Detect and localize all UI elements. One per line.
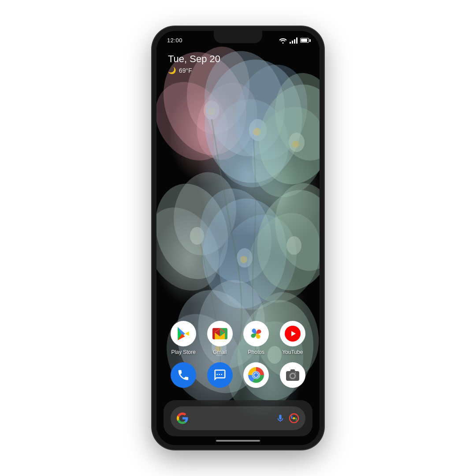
- app-item-chrome[interactable]: [240, 362, 272, 388]
- phone-screen: 12:00: [156, 31, 320, 445]
- app-item-messages[interactable]: [204, 362, 236, 388]
- app-item-playstore[interactable]: Play Store: [167, 321, 199, 355]
- date-widget: Tue, Sep 20 🌙 69°F: [156, 46, 320, 78]
- youtube-label: YouTube: [282, 349, 303, 355]
- notch: [214, 31, 262, 43]
- battery-icon: [300, 38, 309, 43]
- gmail-label: Gmail: [213, 349, 227, 355]
- photos-label: Photos: [248, 349, 264, 355]
- playstore-label: Play Store: [171, 349, 196, 355]
- main-content: Play Store: [156, 78, 320, 445]
- playstore-icon: [171, 321, 196, 346]
- chrome-icon: [243, 362, 269, 388]
- lens-icon[interactable]: [289, 413, 299, 424]
- youtube-icon: [280, 321, 305, 346]
- app-item-camera[interactable]: [277, 362, 309, 388]
- phone-device: 12:00: [152, 26, 324, 450]
- photos-icon: [243, 321, 269, 346]
- dock: [164, 400, 312, 436]
- moon-icon: 🌙: [168, 67, 176, 74]
- search-bar[interactable]: [171, 406, 305, 430]
- svg-point-44: [254, 373, 258, 377]
- app-row-2: [165, 362, 311, 388]
- signal-icon: [290, 37, 298, 44]
- status-icons: [279, 37, 309, 44]
- date-text: Tue, Sep 20: [168, 53, 308, 65]
- app-item-youtube[interactable]: YouTube: [277, 321, 309, 355]
- mic-icon[interactable]: [275, 413, 285, 423]
- weather-row: 🌙 69°F: [168, 67, 308, 74]
- svg-point-50: [293, 417, 295, 420]
- home-indicator: [216, 440, 260, 442]
- app-row-1: Play Store: [165, 321, 311, 355]
- wifi-icon: [279, 37, 287, 44]
- google-logo: [177, 413, 188, 424]
- gmail-icon: [207, 321, 233, 346]
- temperature: 69°F: [179, 67, 192, 74]
- app-item-photos[interactable]: Photos: [240, 321, 272, 355]
- messages-icon: [207, 362, 233, 388]
- status-time: 12:00: [167, 37, 182, 44]
- svg-point-48: [294, 372, 296, 374]
- phone-icon: [171, 362, 196, 388]
- camera-icon: [280, 362, 305, 388]
- app-item-gmail[interactable]: Gmail: [204, 321, 236, 355]
- app-item-phone[interactable]: [167, 362, 199, 388]
- app-grid: Play Store: [156, 321, 320, 388]
